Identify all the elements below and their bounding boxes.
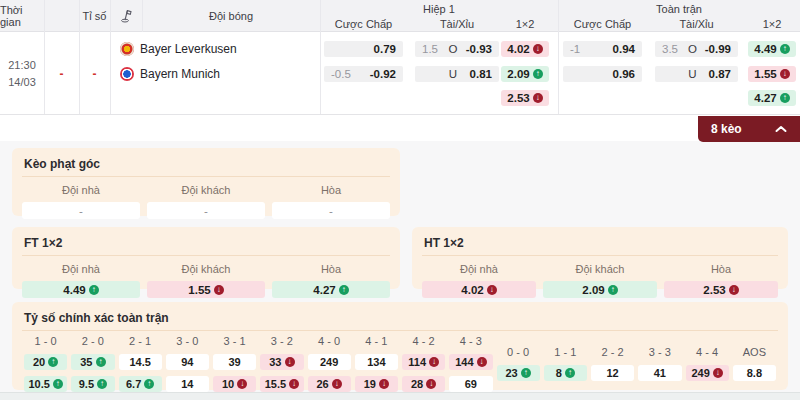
score-odds-chip[interactable]: 114↓ xyxy=(402,354,445,370)
score-label: AOS xyxy=(733,346,776,359)
odds-value: 4.27 xyxy=(313,284,335,296)
ft-handicap-odds[interactable]: 0.96 xyxy=(563,66,642,82)
score-odds-chip[interactable]: 134 xyxy=(355,354,398,370)
ft-away-odds[interactable]: 1.55↓ xyxy=(147,281,265,298)
ft-under-odds[interactable]: U 0.87 xyxy=(655,66,738,82)
score-column-draw: 2 - 212 xyxy=(591,335,634,398)
h1-handicap-odds[interactable]: 0.79 xyxy=(324,41,403,57)
away-team-name: Bayern Munich xyxy=(140,67,220,81)
score-odds-chip[interactable]: 8.8 xyxy=(733,365,776,381)
score-odds-chip[interactable]: 94 xyxy=(166,354,209,370)
away-team-link[interactable]: Bayern Munich xyxy=(120,66,220,82)
score-column: 4 - 3144↓69 xyxy=(449,335,492,398)
trend-up-icon: ↑ xyxy=(53,379,63,389)
ht-draw-odds[interactable]: 2.53↓ xyxy=(664,281,778,298)
under-label: U xyxy=(688,68,697,80)
score-odds-chip[interactable]: 69 xyxy=(449,376,492,392)
ft-handicap-odds[interactable]: -1 0.94 xyxy=(563,41,642,57)
score-odds-chip[interactable]: 26↓ xyxy=(308,376,351,392)
ft-draw-odds[interactable]: 4.27↑ xyxy=(272,281,390,298)
h1-1x2-away-odds[interactable]: 2.09↑ xyxy=(501,66,549,82)
score-odds-chip[interactable]: 14.5 xyxy=(119,354,162,370)
trend-up-icon: ↑ xyxy=(89,285,99,295)
column-header-draw: Hòa xyxy=(272,184,390,196)
ft-home-odds[interactable]: 4.49↑ xyxy=(22,281,140,298)
ft-1x2-draw-odds[interactable]: 4.27↑ xyxy=(748,90,796,106)
score-odds-chip[interactable]: 14 xyxy=(166,376,209,392)
score-label: 3 - 3 xyxy=(638,346,681,359)
corner-away-odds[interactable]: - xyxy=(147,202,265,219)
score-odds-chip[interactable]: 10↓ xyxy=(213,376,256,392)
score-odds-chip[interactable]: 28↓ xyxy=(402,376,445,392)
score-odds-chip[interactable]: 249↓ xyxy=(686,365,729,381)
score-odds-chip[interactable]: 39 xyxy=(213,354,256,370)
score-label: 1 - 1 xyxy=(544,346,587,359)
score-column-draw: AOS8.8 xyxy=(733,335,776,398)
h1-1x2-home-odds[interactable]: 4.02↓ xyxy=(501,41,549,57)
header-first-half: Hiệp 1 xyxy=(320,0,558,17)
ft-1x2-away-odds[interactable]: 1.55↓ xyxy=(748,66,796,82)
odds-value: 249 xyxy=(691,367,709,379)
ft-over-odds[interactable]: 3.5 O -0.99 xyxy=(655,41,738,57)
ft-1x2-home-odds[interactable]: 4.49↑ xyxy=(748,41,796,57)
score-odds-chip[interactable]: 9.5↑ xyxy=(71,376,114,392)
over-label: O xyxy=(688,43,697,55)
score-odds-chip[interactable]: 19↓ xyxy=(355,376,398,392)
bayern-logo-icon xyxy=(120,67,134,81)
trend-down-icon: ↓ xyxy=(426,379,436,389)
odds-value: 35 xyxy=(80,356,92,368)
ht-1x2-card: HT 1×2 Đội nhà 4.02↓ Đội khách 2.09↑ Hòa… xyxy=(412,227,788,289)
score-odds-chip[interactable]: 35↑ xyxy=(71,354,114,370)
score-home-cell: - xyxy=(44,32,79,115)
score-odds-chip[interactable]: 20↑ xyxy=(24,354,67,370)
score-odds-chip[interactable]: 41 xyxy=(638,365,681,381)
ht-home-odds[interactable]: 4.02↓ xyxy=(422,281,536,298)
score-odds-chip[interactable]: 12 xyxy=(591,365,634,381)
h1-over-odds[interactable]: 1.5 O -0.93 xyxy=(415,41,499,57)
column-header-away: Đội khách xyxy=(147,263,265,275)
handicap-odds-value: -0.92 xyxy=(370,68,396,80)
trend-down-icon: ↓ xyxy=(289,379,299,389)
score-odds-chip[interactable]: 8↑ xyxy=(544,365,587,381)
score-odds-chip[interactable]: 144↓ xyxy=(449,354,492,370)
score-label: 4 - 4 xyxy=(686,346,729,359)
table-header: Thời gian Tỉ số Đội bóng Hiệp 1 Cược Chấ… xyxy=(0,0,800,32)
h1-under-odds[interactable]: U 0.81 xyxy=(415,66,499,82)
odds-value: 4.02 xyxy=(507,43,529,55)
score-odds-chip[interactable]: 10.5↑ xyxy=(24,376,67,392)
corner-draw-odds[interactable]: - xyxy=(272,202,390,219)
trend-up-icon: ↑ xyxy=(565,368,575,378)
handicap-line: -0.5 xyxy=(331,68,351,80)
trend-up-icon: ↑ xyxy=(521,368,531,378)
score-column: 4 - 113419↓ xyxy=(355,335,398,398)
score-column: 3 - 233↓15.5↓ xyxy=(260,335,303,398)
ht-away-odds[interactable]: 2.09↑ xyxy=(543,281,657,298)
home-team-link[interactable]: Bayer Leverkusen xyxy=(120,41,237,57)
trend-up-icon: ↑ xyxy=(96,357,106,367)
score-odds-chip[interactable]: 33↓ xyxy=(260,354,303,370)
trend-down-icon: ↓ xyxy=(533,93,543,103)
h1-1x2-draw-odds[interactable]: 2.53↓ xyxy=(501,90,549,106)
odds-value: 28 xyxy=(411,378,423,390)
score-odds-chip[interactable]: 249 xyxy=(308,354,351,370)
score-column-draw: 1 - 18↑ xyxy=(544,335,587,398)
bottom-strip xyxy=(0,392,800,400)
header-team: Đội bóng xyxy=(142,0,320,32)
score-odds-chip[interactable]: 6.7↑ xyxy=(119,376,162,392)
corner-flag-icon xyxy=(120,8,133,25)
h1-handicap-odds[interactable]: -0.5 -0.92 xyxy=(324,66,403,82)
trend-down-icon: ↓ xyxy=(487,285,497,295)
chevron-up-icon xyxy=(775,122,787,136)
ou-odds-value: 0.81 xyxy=(458,68,492,80)
match-time: 21:30 14/03 xyxy=(0,32,44,115)
odds-value: - xyxy=(79,205,83,217)
ou-odds-value: -0.93 xyxy=(458,43,492,55)
corner-home-odds[interactable]: - xyxy=(22,202,140,219)
odds-value: 10.5 xyxy=(28,378,49,390)
score-label: 4 - 2 xyxy=(402,335,445,348)
header-ft-handicap: Cược Chấp xyxy=(563,16,642,32)
score-odds-chip[interactable]: 23↑ xyxy=(497,365,540,381)
score-odds-chip[interactable]: 15.5↓ xyxy=(260,376,303,392)
odds-count-toggle[interactable]: 8 kèo xyxy=(698,116,800,142)
score-column: 2 - 114.56.7↑ xyxy=(119,335,162,398)
